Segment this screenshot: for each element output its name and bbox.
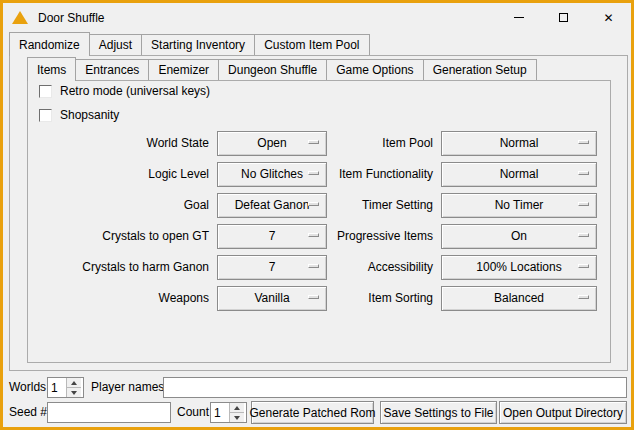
goal-value: Defeat Ganon [235, 198, 310, 212]
minimize-icon [514, 17, 524, 18]
spin-down-button[interactable] [67, 387, 81, 397]
dropdown-indicator-icon [308, 171, 319, 175]
tab-starting-inventory[interactable]: Starting Inventory [141, 34, 255, 55]
seed-input[interactable] [47, 402, 171, 423]
player-names-input[interactable] [163, 377, 627, 398]
world-state-label: World State [47, 136, 217, 150]
item-pool-dropdown[interactable]: Normal [441, 131, 597, 156]
spin-up-button[interactable] [230, 403, 244, 412]
goal-label: Goal [47, 198, 217, 212]
door-shuffle-window: Door Shuffle ✕ Randomize Adjust Starting… [0, 0, 634, 430]
progressive-items-label: Progressive Items [335, 229, 441, 243]
tab-adjust[interactable]: Adjust [89, 34, 142, 55]
shopsanity-label: Shopsanity [60, 108, 119, 122]
timer-setting-value: No Timer [495, 198, 544, 212]
weapons-row: Weapons Vanilla [47, 285, 327, 311]
caption-buttons: ✕ [496, 3, 631, 32]
crystals-ganon-label: Crystals to harm Ganon [47, 260, 217, 274]
worlds-spinbox [47, 377, 84, 398]
weapons-label: Weapons [47, 291, 217, 305]
retro-mode-checkbox[interactable] [39, 85, 52, 98]
tab-game-options[interactable]: Game Options [326, 59, 423, 80]
progressive-items-row: Progressive Items On [335, 223, 597, 249]
save-settings-button[interactable]: Save Settings to File [380, 401, 497, 424]
open-output-directory-button[interactable]: Open Output Directory [499, 401, 627, 424]
count-spin-arrows [229, 403, 244, 422]
timer-setting-dropdown[interactable]: No Timer [441, 193, 597, 218]
logic-level-value: No Glitches [241, 167, 303, 181]
logic-level-dropdown[interactable]: No Glitches [217, 162, 327, 187]
app-icon [12, 11, 28, 24]
dropdown-indicator-icon [578, 140, 589, 144]
crystals-gt-value: 7 [269, 229, 276, 243]
count-spinbox [210, 402, 247, 423]
logic-level-label: Logic Level [47, 167, 217, 181]
retro-mode-label: Retro mode (universal keys) [60, 84, 210, 98]
crystals-gt-dropdown[interactable]: 7 [217, 224, 327, 249]
seed-label: Seed # [9, 402, 47, 423]
spin-up-button[interactable] [67, 378, 81, 387]
goal-dropdown[interactable]: Defeat Ganon [217, 193, 327, 218]
dropdown-indicator-icon [578, 171, 589, 175]
accessibility-dropdown[interactable]: 100% Locations [441, 255, 597, 280]
item-sorting-value: Balanced [494, 291, 544, 305]
dropdown-indicator-icon [308, 295, 319, 299]
timer-setting-label: Timer Setting [335, 198, 441, 212]
down-arrow-icon [71, 391, 77, 395]
player-names-label: Player names [91, 377, 164, 398]
accessibility-value: 100% Locations [476, 260, 561, 274]
window-title: Door Shuffle [38, 11, 105, 25]
world-state-dropdown[interactable]: Open [217, 131, 327, 156]
generate-patched-rom-button[interactable]: Generate Patched Rom [251, 401, 374, 424]
main-tab-bar: Randomize Adjust Starting Inventory Cust… [9, 32, 370, 56]
item-functionality-dropdown[interactable]: Normal [441, 162, 597, 187]
world-state-row: World State Open [47, 130, 327, 156]
tab-dungeon-shuffle[interactable]: Dungeon Shuffle [218, 59, 327, 80]
item-pool-row: Item Pool Normal [335, 130, 597, 156]
world-state-value: Open [257, 136, 286, 150]
dropdown-indicator-icon [308, 140, 319, 144]
crystals-ganon-row: Crystals to harm Ganon 7 [47, 254, 327, 280]
dropdown-indicator-icon [308, 202, 319, 206]
minimize-button[interactable] [496, 3, 541, 32]
count-input[interactable] [211, 403, 229, 422]
dropdown-indicator-icon [578, 202, 589, 206]
dropdown-indicator-icon [308, 264, 319, 268]
crystals-ganon-dropdown[interactable]: 7 [217, 255, 327, 280]
spin-down-button[interactable] [230, 412, 244, 422]
dropdown-indicator-icon [578, 233, 589, 237]
item-pool-value: Normal [500, 136, 539, 150]
weapons-value: Vanilla [254, 291, 289, 305]
item-sorting-label: Item Sorting [335, 291, 441, 305]
tab-items[interactable]: Items [27, 57, 76, 81]
up-arrow-icon [71, 381, 77, 385]
item-functionality-value: Normal [500, 167, 539, 181]
count-label: Count [177, 402, 209, 423]
dropdown-indicator-icon [578, 264, 589, 268]
items-tab-pane [27, 80, 611, 363]
tab-custom-item-pool[interactable]: Custom Item Pool [254, 34, 369, 55]
item-sorting-dropdown[interactable]: Balanced [441, 286, 597, 311]
timer-setting-row: Timer Setting No Timer [335, 192, 597, 218]
accessibility-label: Accessibility [335, 260, 441, 274]
retro-mode-row: Retro mode (universal keys) [39, 84, 210, 98]
worlds-input[interactable] [48, 378, 66, 397]
crystals-gt-label: Crystals to open GT [47, 229, 217, 243]
shopsanity-checkbox[interactable] [39, 109, 52, 122]
close-icon: ✕ [603, 12, 613, 24]
item-pool-label: Item Pool [335, 136, 441, 150]
tab-entrances[interactable]: Entrances [75, 59, 149, 80]
maximize-icon [559, 13, 568, 22]
progressive-items-dropdown[interactable]: On [441, 224, 597, 249]
worlds-spin-arrows [66, 378, 81, 397]
crystals-ganon-value: 7 [269, 260, 276, 274]
close-button[interactable]: ✕ [586, 3, 631, 32]
maximize-button[interactable] [541, 3, 586, 32]
tab-generation-setup[interactable]: Generation Setup [423, 59, 537, 80]
tab-enemizer[interactable]: Enemizer [148, 59, 219, 80]
down-arrow-icon [234, 416, 240, 420]
tab-randomize[interactable]: Randomize [9, 32, 90, 56]
weapons-dropdown[interactable]: Vanilla [217, 286, 327, 311]
goal-row: Goal Defeat Ganon [47, 192, 327, 218]
worlds-label: Worlds [9, 377, 46, 398]
